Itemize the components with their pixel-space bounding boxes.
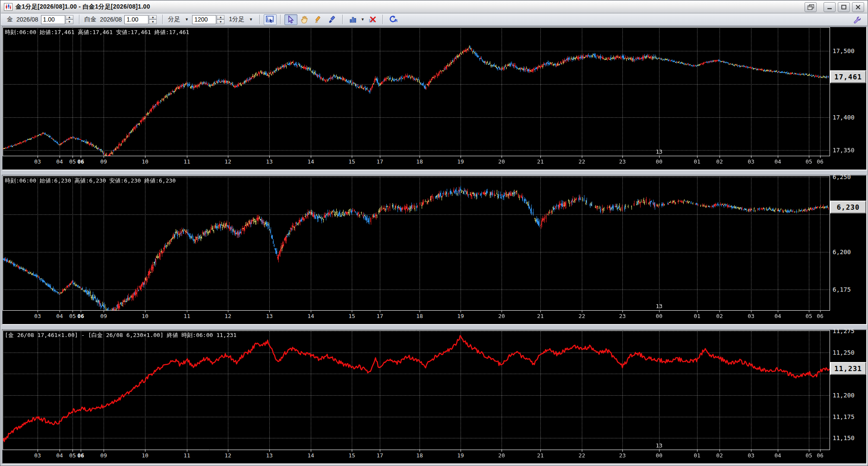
y-axis-label: 6,200 xyxy=(833,249,851,255)
draw-marker-button[interactable] xyxy=(326,14,339,25)
x-tick-label: 00 xyxy=(656,158,663,165)
x-tick-label: 10 xyxy=(142,313,148,319)
platinum-chart-canvas[interactable] xyxy=(3,176,830,311)
bar-chart-icon xyxy=(349,16,357,23)
bar-count-input[interactable] xyxy=(192,15,216,24)
spread-chart-canvas[interactable] xyxy=(3,330,830,450)
close-button[interactable] xyxy=(852,2,864,12)
platinum-multiplier-down-button[interactable]: ▼ xyxy=(149,19,157,24)
gold-chart-canvas[interactable] xyxy=(3,27,830,156)
restore-windows-button[interactable] xyxy=(805,2,817,12)
x-tick-mark xyxy=(73,311,73,312)
x-tick-label: 00 xyxy=(656,452,663,459)
maximize-button[interactable] xyxy=(838,2,850,12)
x-tick-label: 05 xyxy=(69,158,76,165)
x-tick-mark xyxy=(809,450,809,452)
gold-y-axis: 17,461 17,50017,40017,350 xyxy=(831,27,866,170)
platinum-contract-month[interactable]: 2026/08 xyxy=(100,16,122,23)
select-cursor-button[interactable] xyxy=(284,14,297,25)
app-candlestick-icon xyxy=(4,3,13,11)
minute-bar-label[interactable]: 分足 xyxy=(168,16,180,23)
minimize-icon xyxy=(827,5,832,9)
x-tick-mark xyxy=(809,156,809,158)
platinum-current-price-box: 6,230 xyxy=(830,201,866,214)
platinum-y-axis: 6,230 6,2506,2006,175 xyxy=(831,176,866,324)
spread-x-axis: 0304050609101112131415171819202122230001… xyxy=(3,450,830,463)
platinum-multiplier-up-button[interactable]: ▲ xyxy=(149,15,157,20)
y-axis-label: 11,150 xyxy=(833,435,855,441)
spread-y-axis: 11,231 11,27511,25011,20011,17511,150 xyxy=(831,330,866,463)
x-tick-mark xyxy=(461,311,461,312)
minimize-button[interactable] xyxy=(824,2,836,12)
x-tick-label: 21 xyxy=(537,452,544,459)
x-tick-label: 01 xyxy=(694,452,701,459)
x-tick-label: 12 xyxy=(224,313,231,319)
close-icon xyxy=(855,5,861,9)
x-tick-mark xyxy=(228,156,228,158)
x-tick-mark xyxy=(461,156,461,158)
toolbar-separator xyxy=(79,15,80,24)
spread-current-price-box: 11,231 xyxy=(830,362,866,375)
x-tick-label: 05 xyxy=(805,158,812,165)
timeframe-dropdown-arrow[interactable]: ▼ xyxy=(249,17,253,22)
x-tick-label: 04 xyxy=(774,158,781,165)
gold-symbol-label: 金 xyxy=(7,16,13,23)
gold-multiplier-up-button[interactable]: ▲ xyxy=(66,15,73,20)
pan-hand-button[interactable] xyxy=(298,14,311,25)
marker-icon xyxy=(328,16,336,23)
chart-type-button[interactable] xyxy=(347,14,360,25)
x-tick-mark xyxy=(38,450,38,452)
x-tick-mark xyxy=(60,450,60,452)
minute-bar-dropdown-arrow[interactable]: ▼ xyxy=(185,17,189,22)
x-tick-label: 13 xyxy=(266,452,273,459)
refresh-button[interactable]: R xyxy=(387,14,400,25)
gold-multiplier-input[interactable] xyxy=(41,15,65,24)
app-window: 金1分足[2026/08]1.00 - 白金1分足[2026/08]1.00 xyxy=(0,0,868,466)
x-tick-label: 10 xyxy=(142,452,148,459)
gold-contract-month[interactable]: 2026/08 xyxy=(16,16,38,23)
chart-type-dropdown-arrow[interactable]: ▼ xyxy=(361,17,365,22)
title-bar[interactable]: 金1分足[2026/08]1.00 - 白金1分足[2026/08]1.00 xyxy=(1,1,867,13)
bar-count-down-button[interactable]: ▼ xyxy=(217,19,224,24)
gold-multiplier-spinbox: ▲ ▼ xyxy=(41,15,73,24)
x-tick-label: 03 xyxy=(34,158,41,165)
pencil-icon xyxy=(315,16,322,23)
timeframe-label[interactable]: 1分足 xyxy=(229,16,244,23)
x-tick-label: 15 xyxy=(348,452,355,459)
x-tick-label: 06 xyxy=(817,158,824,165)
x-tick-mark xyxy=(697,450,698,452)
x-tick-label: 13 xyxy=(266,158,273,165)
x-tick-mark xyxy=(145,156,145,158)
platinum-multiplier-spinbox: ▲ ▼ xyxy=(124,15,157,24)
x-tick-label: 15 xyxy=(348,158,355,165)
remove-study-button[interactable] xyxy=(366,14,379,25)
x-tick-label: 06 xyxy=(817,313,824,319)
x-tick-mark xyxy=(352,450,352,452)
x-tick-label: 05 xyxy=(805,313,812,319)
draw-pencil-button[interactable] xyxy=(312,14,325,25)
x-tick-label: 13 xyxy=(266,313,273,319)
toolbar-separator xyxy=(382,15,383,24)
x-tick-label: 14 xyxy=(307,313,314,319)
x-tick-mark xyxy=(104,450,104,452)
x-tick-mark xyxy=(540,156,541,158)
platinum-multiplier-input[interactable] xyxy=(124,15,148,24)
gold-chart-pane: 時刻:06:00 始値:17,461 高値:17,461 安値:17,461 終… xyxy=(2,26,867,170)
x-tick-mark xyxy=(751,450,751,452)
x-tick-label: 03 xyxy=(748,452,754,459)
chart-type-combo: ▼ xyxy=(346,14,366,25)
x-tick-label: 17 xyxy=(376,313,383,319)
delete-chart-icon xyxy=(368,16,376,23)
svg-text:R: R xyxy=(395,19,398,23)
chart-board-button[interactable] xyxy=(264,14,277,25)
settings-wrench-button[interactable] xyxy=(851,15,863,25)
x-tick-label: 03 xyxy=(748,313,754,319)
gold-multiplier-down-button[interactable]: ▼ xyxy=(66,19,73,24)
bar-count-up-button[interactable]: ▲ xyxy=(217,15,224,20)
x-tick-mark xyxy=(420,156,420,158)
y-axis-label: 6,250 xyxy=(833,173,851,180)
x-tick-mark xyxy=(540,450,541,452)
x-tick-mark xyxy=(420,450,420,452)
x-tick-label: 03 xyxy=(34,313,41,319)
x-tick-label: 22 xyxy=(578,452,585,459)
